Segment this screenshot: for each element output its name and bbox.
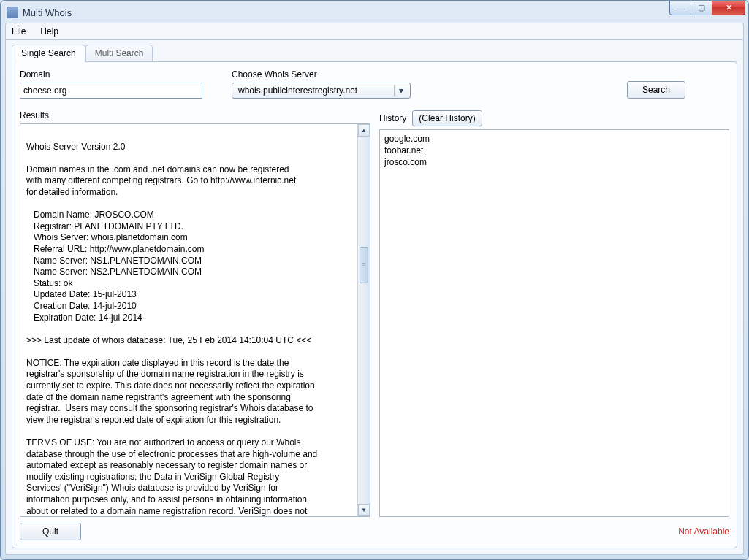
scroll-up-icon[interactable]: ▲ <box>358 124 370 137</box>
app-icon <box>7 7 18 18</box>
domain-label: Domain <box>20 69 202 80</box>
titlebar[interactable]: Multi Whois — ▢ ✕ <box>5 5 744 23</box>
clear-history-button[interactable]: (Clear History) <box>412 110 482 126</box>
scroll-thumb[interactable] <box>360 247 368 283</box>
maximize-button[interactable]: ▢ <box>691 1 712 15</box>
search-form: Domain Choose Whois Server whois.publici… <box>20 69 729 99</box>
chevron-down-icon: ▾ <box>394 85 407 96</box>
client-area: Single Search Multi Search Domain Choose… <box>5 40 744 555</box>
server-label: Choose Whois Server <box>232 69 411 80</box>
menubar: File Help <box>5 23 744 40</box>
status-text: Not Available <box>678 526 729 537</box>
results-text: Whois Server Version 2.0 Domain names in… <box>20 124 370 516</box>
menu-file[interactable]: File <box>9 25 28 38</box>
results-pane[interactable]: Whois Server Version 2.0 Domain names in… <box>20 123 370 517</box>
server-select[interactable]: whois.publicinterestregistry.net ▾ <box>232 83 411 99</box>
history-item[interactable]: google.com <box>384 133 724 145</box>
quit-button[interactable]: Quit <box>20 523 81 540</box>
tab-multi-search[interactable]: Multi Search <box>85 45 153 62</box>
results-label: Results <box>20 110 49 120</box>
history-list[interactable]: google.com foobar.net jrosco.com <box>379 129 729 517</box>
tab-strip: Single Search Multi Search <box>12 45 737 62</box>
scroll-down-icon[interactable]: ▼ <box>358 504 370 516</box>
menu-help[interactable]: Help <box>37 25 61 38</box>
results-scrollbar[interactable]: ▲ ▼ <box>357 124 370 516</box>
history-label: History <box>379 113 406 123</box>
history-item[interactable]: foobar.net <box>384 145 724 156</box>
history-item[interactable]: jrosco.com <box>384 156 724 168</box>
tab-panel-single: Domain Choose Whois Server whois.publici… <box>12 61 737 548</box>
search-button[interactable]: Search <box>627 81 685 99</box>
app-window: Multi Whois — ▢ ✕ File Help Single Searc… <box>0 0 749 560</box>
domain-input[interactable] <box>20 83 202 99</box>
minimize-button[interactable]: — <box>669 1 691 15</box>
window-title: Multi Whois <box>23 7 72 18</box>
tab-single-search[interactable]: Single Search <box>12 45 85 62</box>
server-select-value: whois.publicinterestregistry.net <box>238 85 357 96</box>
close-button[interactable]: ✕ <box>712 1 745 15</box>
